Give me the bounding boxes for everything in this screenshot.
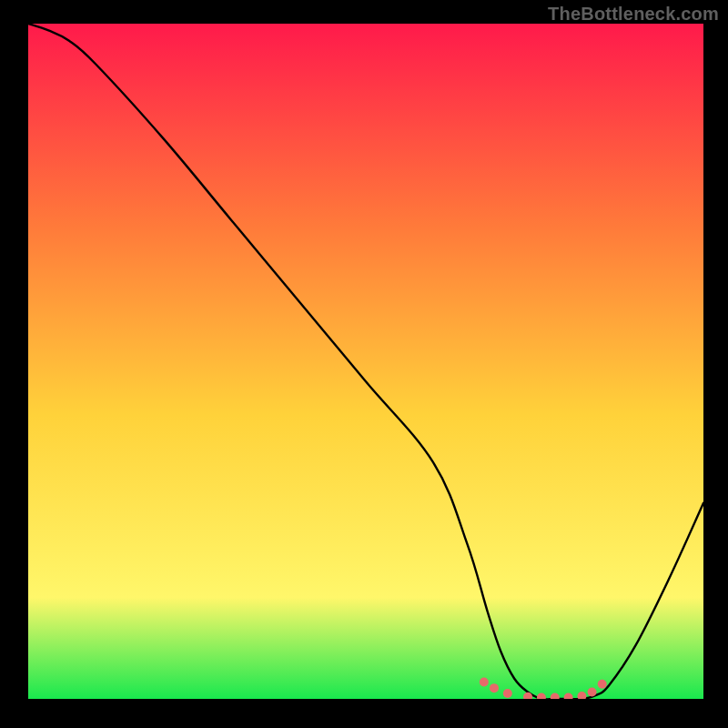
marker-dot: [490, 683, 499, 693]
marker-dot: [480, 677, 489, 686]
marker-dot: [503, 689, 512, 698]
chart-plot-area: [28, 24, 703, 699]
watermark-text: TheBottleneck.com: [548, 4, 719, 25]
marker-dot: [588, 688, 597, 697]
gradient-background: [28, 24, 703, 699]
marker-dot: [598, 680, 607, 689]
chart-stage: TheBottleneck.com: [0, 0, 728, 728]
chart-svg: [28, 24, 703, 699]
